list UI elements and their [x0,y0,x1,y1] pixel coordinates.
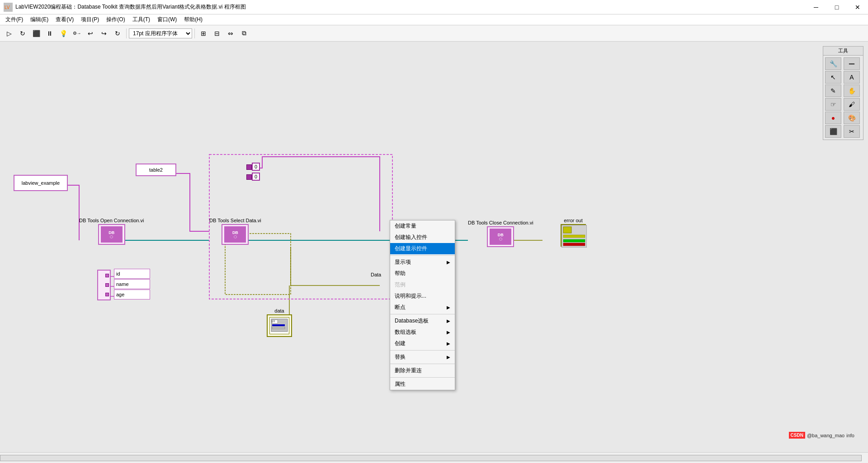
ctx-create-display[interactable]: 创建显示控件 [390,243,455,254]
tools-grid: 🔧 ━━ ↖ A ✎ ✋ ☞ 🖌 ● 🎨 ⬛ ✂ [823,56,863,140]
toolbar-resize-btn[interactable]: ⇔ [224,27,237,40]
ctx-create-constant[interactable]: 创建常量 [390,220,455,232]
ctx-delete-reconnect[interactable]: 删除并重连 [390,365,455,376]
db-select-inner-label: DB [232,230,238,235]
toolbar-reorder-btn[interactable]: ⧉ [238,27,250,40]
watermark-text: @ba_wang_mao [807,433,844,438]
db-close-node[interactable]: DB Tools Close Connection.vi DB ⬡ [468,220,533,247]
ctx-database-panel[interactable]: Database选板 ▶ [390,315,455,327]
toolbar-step-into-btn[interactable]: ⚙→ [71,27,83,40]
db-open-inner-label: DB [108,230,114,235]
menu-edit[interactable]: 编辑(E) [27,14,52,25]
tool-colorpick[interactable]: 🎨 [844,112,860,124]
field-name: name [114,279,150,289]
ctx-example[interactable]: 范例 [390,279,455,290]
num-top-value: 0 [252,163,260,171]
svg-rect-11 [563,235,585,238]
tool-rect[interactable]: ⬛ [825,125,841,138]
toolbar-highlight-btn[interactable]: 💡 [57,27,70,40]
menu-tools[interactable]: 工具(T) [129,14,154,25]
data-node-label: data [267,308,292,313]
bottom-scrollbar-area [0,452,868,463]
toolbar-undo-btn[interactable]: ↩ [84,27,97,40]
tool-bar[interactable]: ━━ [844,57,860,70]
toolbar-redo-btn[interactable]: ↪ [98,27,110,40]
db-close-title: DB Tools Close Connection.vi [468,220,533,225]
ctx-sep-2 [390,314,455,314]
db-select-title: DB Tools Select Data.vi [209,218,261,223]
menu-window[interactable]: 窗口(W) [154,14,180,25]
error-out-label: error out [561,218,586,223]
ctx-help[interactable]: 帮助 [390,268,455,279]
menu-project[interactable]: 项目(P) [77,14,103,25]
toolbar-distribute-btn[interactable]: ⊟ [211,27,223,40]
numeric-constant-bottom[interactable]: 0 [246,173,260,181]
horizontal-scrollbar[interactable] [0,455,862,461]
ctx-show-items[interactable]: 显示项 ▶ [390,257,455,268]
table2-node[interactable]: table2 [136,164,176,176]
svg-text:123: 123 [271,320,275,323]
canvas-area[interactable]: labview_example table2 0 0 DB Tools Open… [0,42,868,452]
replace-arrow: ▶ [447,355,450,360]
toolbar-separator-1 [126,28,127,38]
tool-color[interactable]: 🖌 [844,98,860,111]
tool-wrench[interactable]: 🔧 [825,57,841,70]
font-selector[interactable]: 17pt 应用程序字体 [129,28,192,38]
menu-operate[interactable]: 操作(O) [103,14,128,25]
labview-example-label: labview_example [22,180,60,186]
numeric-constant-top[interactable]: 0 [246,163,260,171]
labview-example-node[interactable]: labview_example [14,175,68,191]
tools-panel-title: 工具 [823,47,863,56]
svg-rect-10 [563,227,571,233]
tool-hand[interactable]: ✋ [844,84,860,97]
menu-help[interactable]: 帮助(H) [180,14,206,25]
db-open-inner-icon: ⬡ [110,235,113,239]
error-out-node[interactable]: error out [561,218,586,247]
db-open-node[interactable]: DB Tools Open Connection.vi DB ⬡ [79,218,144,245]
db-select-node[interactable]: DB Tools Select Data.vi DB ⬡ [209,218,261,245]
ctx-properties[interactable]: 属性 [390,379,455,390]
tool-text[interactable]: A [844,71,860,84]
ctx-sep-5 [390,377,455,378]
toolbar-align-btn[interactable]: ⊞ [197,27,210,40]
toolbar-separator-2 [194,28,195,38]
tool-scissors[interactable]: ✂ [844,125,860,138]
fields-node[interactable]: id name age [114,269,150,300]
bundle-port-3 [105,293,109,296]
menubar: 文件(F) 编辑(E) 查看(V) 项目(P) 操作(O) 工具(T) 窗口(W… [0,14,868,25]
tool-record[interactable]: ● [825,112,841,124]
toolbar-abort-btn[interactable]: ⬛ [30,27,42,40]
svg-rect-12 [563,239,585,242]
ctx-create-input[interactable]: 创建输入控件 [390,232,455,243]
tool-pen[interactable]: ✎ [825,84,841,97]
data-label-text: Data [371,272,381,277]
menu-file[interactable]: 文件(F) [2,14,27,25]
bundle-port-2 [105,283,109,287]
tool-arrow[interactable]: ↖ [825,71,841,84]
create-arrow: ▶ [447,341,450,346]
data-node[interactable]: data 123 [267,308,292,337]
toolbar-run-continuously-btn[interactable]: ↻ [16,27,29,40]
tools-panel: 工具 🔧 ━━ ↖ A ✎ ✋ ☞ 🖌 ● 🎨 ⬛ ✂ [823,46,863,140]
toolbar-revert-btn[interactable]: ↻ [111,27,124,40]
context-menu: 创建常量 创建输入控件 创建显示控件 显示项 ▶ 帮助 范例 说明和提示... … [390,220,455,390]
maximize-button[interactable]: □ [826,0,847,14]
bundle-node[interactable] [97,270,111,300]
toolbar: ▷ ↻ ⬛ ⏸ 💡 ⚙→ ↩ ↪ ↻ 17pt 应用程序字体 ⊞ ⊟ ⇔ ⧉ [0,25,868,42]
toolbar-run-btn[interactable]: ▷ [3,27,15,40]
ctx-array-panel[interactable]: 数组选板 ▶ [390,327,455,338]
window-controls: ─ □ ✕ [806,0,868,14]
toolbar-pause-btn[interactable]: ⏸ [43,27,56,40]
field-id: id [114,269,150,279]
tool-probe[interactable]: ☞ [825,98,841,111]
menu-view[interactable]: 查看(V) [52,14,77,25]
close-button[interactable]: ✕ [847,0,868,14]
ctx-replace[interactable]: 替换 ▶ [390,351,455,363]
ctx-description[interactable]: 说明和提示... [390,290,455,302]
window-title: LabVIEW2020编程基础：Database Toolkit 查询数据库然后… [15,3,246,11]
show-items-arrow: ▶ [447,260,450,265]
db-close-inner-label: DB [498,233,504,237]
minimize-button[interactable]: ─ [806,0,826,14]
ctx-create[interactable]: 创建 ▶ [390,338,455,349]
ctx-breakpoint[interactable]: 断点 ▶ [390,302,455,313]
